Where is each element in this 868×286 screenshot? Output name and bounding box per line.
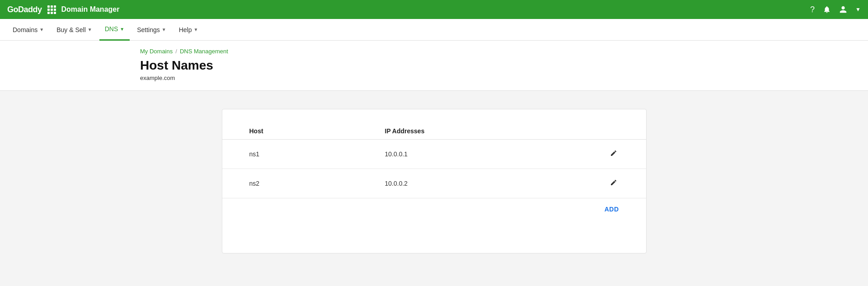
breadcrumb-separator: /	[175, 48, 177, 55]
chevron-down-icon: ▼	[88, 27, 92, 32]
cell-ip-ns2: 10.0.0.2	[385, 180, 592, 187]
col-header-host: Host	[249, 127, 385, 135]
col-header-ip: IP Addresses	[385, 127, 592, 135]
nav-dns[interactable]: DNS ▼	[99, 19, 130, 41]
user-chevron-icon[interactable]: ▼	[855, 6, 861, 13]
chevron-down-icon: ▼	[39, 27, 44, 32]
grid-icon[interactable]	[47, 5, 56, 14]
page-title: Host Names	[140, 58, 868, 73]
table-row: ns1 10.0.0.1	[222, 140, 646, 169]
chevron-down-icon: ▼	[162, 27, 166, 32]
user-icon[interactable]	[839, 5, 847, 14]
chevron-down-icon: ▼	[193, 27, 198, 32]
top-bar-left: GoDaddy Domain Manager	[7, 5, 119, 14]
edit-button-ns1[interactable]	[608, 148, 619, 160]
host-names-table: Host IP Addresses ns1 10.0.0.1 ns2	[222, 123, 646, 213]
edit-button-ns2[interactable]	[608, 177, 619, 190]
page-app-title: Domain Manager	[61, 5, 120, 14]
page-subtitle: example.com	[140, 75, 868, 81]
breadcrumb-my-domains[interactable]: My Domains	[140, 48, 173, 55]
help-icon[interactable]: ?	[810, 5, 815, 14]
top-bar-right: ? ▼	[810, 5, 861, 14]
main-content: Host IP Addresses ns1 10.0.0.1 ns2	[0, 91, 868, 272]
cell-actions-ns2	[592, 177, 619, 190]
nav-domains[interactable]: Domains ▼	[7, 19, 49, 41]
breadcrumb-dns-management[interactable]: DNS Management	[180, 48, 228, 55]
chevron-down-icon: ▼	[120, 27, 124, 32]
cell-host-ns1: ns1	[249, 150, 385, 158]
bell-icon[interactable]	[823, 5, 831, 14]
nav-buy-sell[interactable]: Buy & Sell ▼	[51, 19, 98, 41]
top-bar: GoDaddy Domain Manager ? ▼	[0, 0, 868, 19]
nav-help[interactable]: Help ▼	[174, 19, 204, 41]
cell-actions-ns1	[592, 148, 619, 160]
cell-ip-ns1: 10.0.0.1	[385, 150, 592, 158]
secondary-nav: Domains ▼ Buy & Sell ▼ DNS ▼ Settings ▼ …	[0, 19, 868, 41]
table-header: Host IP Addresses	[222, 123, 646, 140]
nav-settings[interactable]: Settings ▼	[131, 19, 172, 41]
table-row: ns2 10.0.0.2	[222, 169, 646, 198]
godaddy-logo: GoDaddy	[7, 5, 42, 14]
cell-host-ns2: ns2	[249, 180, 385, 187]
add-button[interactable]: ADD	[605, 206, 619, 213]
add-row: ADD	[222, 198, 646, 213]
breadcrumb: My Domains / DNS Management	[140, 48, 868, 55]
page-header: My Domains / DNS Management Host Names e…	[0, 41, 868, 91]
host-names-card: Host IP Addresses ns1 10.0.0.1 ns2	[222, 109, 647, 253]
